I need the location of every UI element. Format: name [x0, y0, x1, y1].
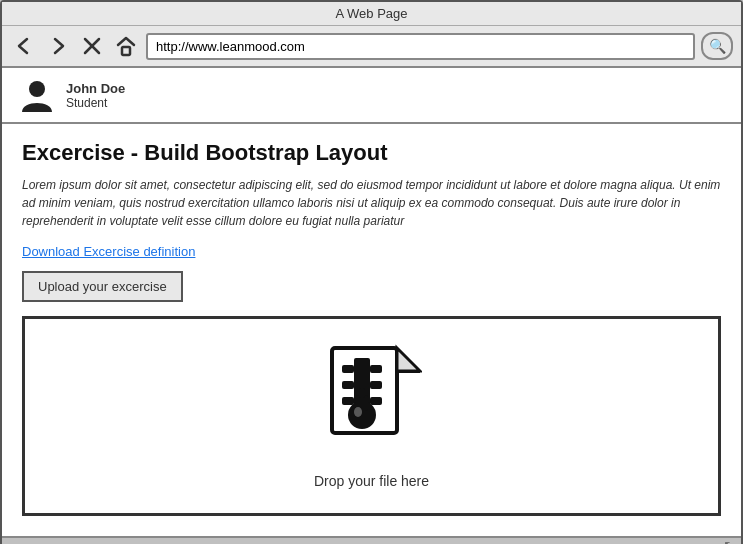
back-icon [13, 35, 35, 57]
close-button[interactable] [78, 32, 106, 60]
svg-rect-11 [370, 381, 382, 389]
back-button[interactable] [10, 32, 38, 60]
avatar [18, 76, 56, 114]
user-role: Student [66, 96, 125, 110]
svg-rect-9 [342, 397, 354, 405]
drop-zone[interactable]: Drop your file here [22, 316, 721, 516]
title-bar: A Web Page [2, 2, 741, 26]
user-info: John Doe Student [66, 81, 125, 110]
home-icon [115, 35, 137, 57]
file-upload-icon [322, 343, 422, 463]
browser-window: A Web Page [0, 0, 743, 544]
svg-marker-5 [397, 348, 420, 371]
search-button[interactable]: 🔍 [701, 32, 733, 60]
svg-point-16 [354, 407, 362, 417]
address-bar[interactable] [146, 33, 695, 60]
description: Lorem ipsum dolor sit amet, consectetur … [22, 176, 721, 230]
resize-handle: ⤡ [723, 538, 735, 544]
forward-button[interactable] [44, 32, 72, 60]
page-title: Excercise - Build Bootstrap Layout [22, 140, 721, 166]
browser-title: A Web Page [335, 6, 407, 21]
main-content: Excercise - Build Bootstrap Layout Lorem… [2, 124, 741, 536]
nav-bar: 🔍 [2, 26, 741, 68]
forward-icon [47, 35, 69, 57]
drop-zone-text: Drop your file here [314, 473, 429, 489]
svg-rect-7 [342, 365, 354, 373]
close-icon [81, 35, 103, 57]
svg-rect-12 [370, 397, 382, 405]
svg-rect-10 [370, 365, 382, 373]
browser-footer: ⤡ [2, 536, 741, 544]
svg-rect-2 [122, 47, 130, 55]
svg-point-3 [29, 81, 45, 97]
search-icon: 🔍 [709, 38, 726, 54]
download-link[interactable]: Download Excercise definition [22, 244, 195, 259]
home-button[interactable] [112, 32, 140, 60]
svg-rect-15 [359, 388, 365, 398]
svg-rect-8 [342, 381, 354, 389]
upload-button[interactable]: Upload your excercise [22, 271, 183, 302]
user-bar: John Doe Student [2, 68, 741, 124]
user-name: John Doe [66, 81, 125, 96]
